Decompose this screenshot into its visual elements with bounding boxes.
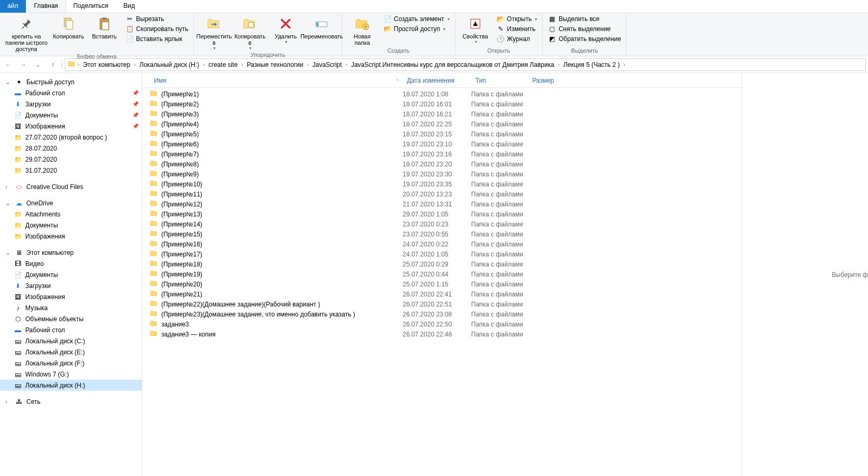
nav-folder[interactable]: 📁28.07.2020	[0, 143, 142, 154]
tab-file[interactable]: айл	[0, 0, 26, 13]
table-row[interactable]: (Пример№14)23.07.2020 0:23Папка с файлам…	[142, 219, 742, 229]
nav-tpc-pictures[interactable]: 🖼Изображения	[0, 291, 142, 302]
table-row[interactable]: (Пример№3)18.07.2020 16:21Папка с файлам…	[142, 109, 742, 119]
table-row[interactable]: (Пример№1)18.07.2020 1:08Папка с файлами	[142, 89, 742, 99]
cut-button[interactable]: ✂Вырезать	[123, 14, 190, 24]
table-row[interactable]: (Пример№23)(Домашнее задание, что именно…	[142, 309, 742, 319]
chevron-right-icon[interactable]: ›	[557, 62, 561, 67]
column-type[interactable]: Тип	[471, 77, 528, 84]
move-to-button[interactable]: Переместить в▾	[197, 14, 231, 52]
breadcrumb-item[interactable]: JavaScript	[310, 60, 344, 70]
chevron-right-icon[interactable]: ›	[622, 62, 627, 67]
table-row[interactable]: (Пример№4)18.07.2020 22:25Папка с файлам…	[142, 119, 742, 129]
nav-3d-objects[interactable]: ⬡Объемные объекты	[0, 313, 142, 324]
table-row[interactable]: (Пример№2)18.07.2020 16:01Папка с файлам…	[142, 99, 742, 109]
column-name[interactable]: Имя^	[150, 77, 403, 84]
nav-onedrive[interactable]: ⌄☁OneDrive	[0, 197, 142, 209]
breadcrumb-item[interactable]: Локальный диск (H:)	[138, 60, 202, 70]
history-button[interactable]: 🕑Журнал	[494, 34, 539, 44]
nav-onedrive-attachments[interactable]: 📁Attachments	[0, 209, 142, 220]
chevron-right-icon[interactable]: ›	[76, 62, 81, 67]
table-row[interactable]: (Пример№7)19.07.2020 23:16Папка с файлам…	[142, 149, 742, 159]
chevron-right-icon[interactable]: ›	[201, 62, 206, 67]
nav-disk-f[interactable]: 🖴Локальный диск (F:)	[0, 358, 142, 369]
nav-onedrive-documents[interactable]: 📁Документы	[0, 220, 142, 231]
nav-disk-h[interactable]: 🖴Локальный диск (H:)	[0, 380, 142, 391]
select-none-button[interactable]: ▢Снять выделение	[546, 24, 623, 34]
nav-documents[interactable]: 📄Документы📌	[0, 110, 142, 121]
nav-folder[interactable]: 📁31.07.2020	[0, 165, 142, 176]
breadcrumb-item[interactable]: Разные технологии	[245, 60, 305, 70]
nav-back-button[interactable]: ←	[2, 58, 15, 71]
select-all-button[interactable]: ▦Выделить все	[546, 14, 623, 24]
table-row[interactable]: (Пример№10)19.07.2020 23:35Папка с файла…	[142, 179, 742, 189]
paste-button[interactable]: Вставить	[87, 14, 121, 41]
nav-music[interactable]: ♪Музыка	[0, 302, 142, 313]
breadcrumb-item[interactable]: create site	[206, 60, 239, 70]
chevron-right-icon[interactable]: ›	[240, 62, 245, 67]
nav-downloads[interactable]: ⬇Загрузки📌	[0, 98, 142, 110]
table-row[interactable]: (Пример№18)25.07.2020 0:29Папка с файлам…	[142, 259, 742, 269]
rename-button[interactable]: Переименовать	[305, 14, 338, 41]
breadcrumb[interactable]: › Этот компьютер›Локальный диск (H:)›cre…	[65, 58, 866, 71]
invert-selection-button[interactable]: ◩Обратить выделение	[546, 34, 623, 44]
nav-network[interactable]: ›🖧Сеть	[0, 396, 142, 407]
table-row[interactable]: (Пример№21)26.07.2020 22:41Папка с файла…	[142, 289, 742, 299]
table-row[interactable]: (Пример№16)24.07.2020 0:22Папка с файлам…	[142, 239, 742, 249]
nav-desktop[interactable]: ▬Рабочий стол📌	[0, 87, 142, 98]
nav-tpc-desktop[interactable]: ▬Рабочий стол	[0, 324, 142, 335]
file-list[interactable]: Имя^ Дата изменения Тип Размер (Пример№1…	[142, 73, 742, 476]
chevron-right-icon[interactable]: ›	[305, 62, 310, 67]
tab-view[interactable]: Вид	[116, 0, 143, 13]
nav-disk-c[interactable]: 🖴Локальный диск (C:)	[0, 335, 142, 346]
column-size[interactable]: Размер	[528, 77, 570, 84]
table-row[interactable]: (Пример№5)18.07.2020 23:15Папка с файлам…	[142, 129, 742, 139]
table-row[interactable]: задание3 — копия26.07.2020 22:48Папка с …	[142, 329, 742, 339]
nav-pictures[interactable]: 🖼Изображения📌	[0, 121, 142, 132]
table-row[interactable]: (Пример№22)(Домашнее задание)(Рабочий ва…	[142, 299, 742, 309]
nav-tpc-documents[interactable]: 📄Документы	[0, 269, 142, 280]
table-row[interactable]: (Пример№13)29.07.2020 1:05Папка с файлам…	[142, 209, 742, 219]
properties-button[interactable]: Свойства▾	[459, 14, 492, 45]
nav-quick-access[interactable]: ⌄✦Быстрый доступ	[0, 76, 142, 87]
breadcrumb-item[interactable]: Этот компьютер	[81, 60, 132, 70]
chevron-right-icon[interactable]: ›	[344, 62, 349, 67]
table-row[interactable]: (Пример№19)25.07.2020 0:44Папка с файлам…	[142, 269, 742, 279]
table-row[interactable]: (Пример№11)20.07.2020 13:23Папка с файла…	[142, 189, 742, 199]
copy-to-button[interactable]: Копировать в▾	[233, 14, 267, 52]
breadcrumb-item[interactable]: Лекция 5 (Часть 2 )	[561, 60, 622, 70]
table-row[interactable]: (Пример№6)19.07.2020 23:10Папка с файлам…	[142, 139, 742, 149]
copy-path-button[interactable]: 📋Скопировать путь	[123, 24, 190, 34]
nav-videos[interactable]: 🎞Видео	[0, 258, 142, 269]
pin-quickaccess-button[interactable]: крепить на панели ыстрого доступа	[3, 14, 50, 53]
table-row[interactable]: (Пример№20)25.07.2020 1:15Папка с файлам…	[142, 279, 742, 289]
nav-disk-e[interactable]: 🖴Локальный диск (E:)	[0, 346, 142, 358]
nav-creative-cloud[interactable]: ›⬭Creative Cloud Files	[0, 181, 142, 192]
table-row[interactable]: (Пример№17)24.07.2020 1:05Папка с файлам…	[142, 249, 742, 259]
nav-disk-g[interactable]: 🖴Windows 7 (G:)	[0, 369, 142, 380]
nav-folder[interactable]: 📁27.07.2020 (второй вопрос )	[0, 132, 142, 143]
tab-share[interactable]: Поделиться	[66, 0, 116, 13]
navigation-pane[interactable]: ⌄✦Быстрый доступ ▬Рабочий стол📌 ⬇Загрузк…	[0, 73, 142, 476]
column-date[interactable]: Дата изменения	[403, 77, 471, 84]
nav-this-pc[interactable]: ⌄🖥Этот компьютер	[0, 247, 142, 258]
chevron-right-icon[interactable]: ›	[132, 62, 137, 67]
easy-access-button[interactable]: 📂Простой доступ▾	[381, 24, 452, 34]
nav-folder[interactable]: 📁29.07.2020	[0, 154, 142, 165]
table-row[interactable]: (Пример№8)19.07.2020 23:20Папка с файлам…	[142, 159, 742, 169]
new-item-button[interactable]: 📄Создать элемент▾	[381, 14, 452, 24]
edit-button[interactable]: ✎Изменить	[494, 24, 539, 34]
delete-button[interactable]: Удалить▾	[269, 14, 303, 45]
nav-tpc-downloads[interactable]: ⬇Загрузки	[0, 280, 142, 291]
nav-forward-button[interactable]: →	[17, 58, 30, 71]
tab-home[interactable]: Главная	[26, 0, 66, 13]
paste-shortcut-button[interactable]: 📄Вставить ярлык	[123, 34, 190, 44]
table-row[interactable]: (Пример№9)19.07.2020 23:30Папка с файлам…	[142, 169, 742, 179]
new-folder-button[interactable]: Новая папка	[345, 14, 379, 47]
nav-onedrive-pictures[interactable]: 📁Изображения	[0, 231, 142, 242]
table-row[interactable]: (Пример№15)23.07.2020 0:55Папка с файлам…	[142, 229, 742, 239]
open-button[interactable]: 📂Открыть▾	[494, 14, 539, 24]
nav-up-button[interactable]: ↑	[46, 58, 59, 71]
nav-recent-button[interactable]: ⌄	[32, 58, 44, 71]
copy-button[interactable]: Копировать	[52, 14, 85, 41]
